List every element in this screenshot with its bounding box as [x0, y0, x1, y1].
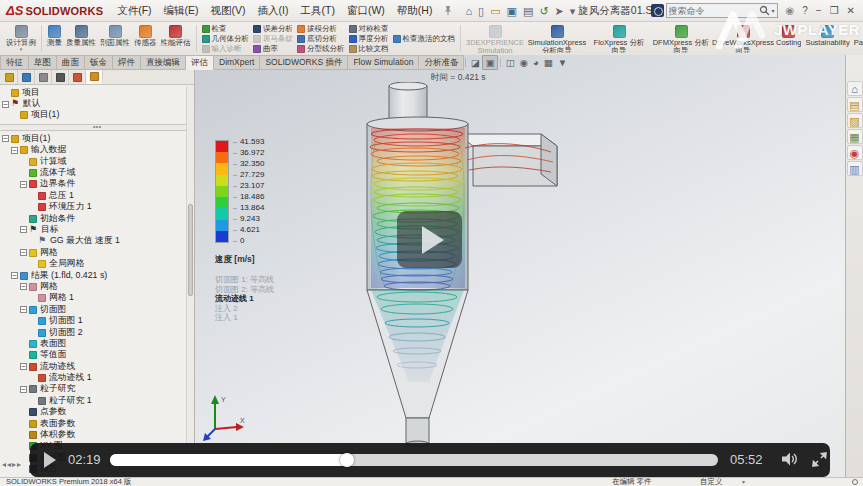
tree-expander-icon[interactable]: −: [20, 306, 27, 313]
ribbon-button-symmetry-check[interactable]: 对称检查: [349, 24, 389, 34]
dimxpert-manager-tab[interactable]: [52, 70, 69, 84]
player-progress-rail[interactable]: [110, 454, 718, 466]
undo-icon[interactable]: ↺: [536, 2, 551, 20]
ribbon-button-thickness-analysis[interactable]: 厚度分析: [349, 34, 389, 44]
tab-6[interactable]: 评估: [186, 55, 214, 70]
feature-manager-tab[interactable]: [1, 70, 18, 84]
model-tabs-scroll[interactable]: ◂◂▸▸: [2, 460, 22, 469]
tree-expander-icon[interactable]: −: [20, 249, 27, 256]
configuration-manager-tab[interactable]: [35, 70, 52, 84]
flow-simulation-tab[interactable]: [86, 70, 103, 84]
display-manager-tab[interactable]: [69, 70, 86, 84]
tab-scroll-left-icon[interactable]: ◂◂: [2, 460, 12, 469]
tree-expander-icon[interactable]: −: [20, 386, 27, 393]
tab-7[interactable]: DimXpert: [214, 55, 260, 70]
analysis-row-14[interactable]: 网格 1: [0, 293, 194, 304]
jwplayer-logo[interactable]: JWPLAYER: [716, 9, 860, 49]
status-customize-dropdown-icon[interactable]: ▾: [742, 478, 745, 486]
design-library-tab[interactable]: ▤: [847, 97, 863, 112]
tab-9[interactable]: Flow Simulation: [348, 55, 419, 70]
ribbon-button-section-properties[interactable]: 剖面属性: [98, 23, 132, 54]
ribbon-button-measure[interactable]: 测量: [45, 23, 64, 54]
ribbon-button-undercut-analysis[interactable]: 底切分析: [297, 34, 345, 44]
analysis-row-13[interactable]: −网格: [0, 281, 194, 292]
config-row-1[interactable]: −⚑默认: [0, 98, 194, 109]
panel-splitter[interactable]: •••: [0, 124, 194, 131]
tree-expander-icon[interactable]: −: [20, 226, 27, 233]
config-row-0[interactable]: 项目: [0, 87, 194, 98]
tab-0[interactable]: 特征: [0, 55, 29, 70]
analysis-row-11[interactable]: 全局网格: [0, 258, 194, 269]
progress-knob[interactable]: [340, 453, 354, 467]
panel-scrollbar[interactable]: [186, 86, 194, 477]
property-manager-tab[interactable]: [18, 70, 35, 84]
ribbon-button-curvature[interactable]: 曲率: [253, 44, 293, 54]
tab-scroll-right-icon[interactable]: ▸▸: [12, 460, 22, 469]
tab-3[interactable]: 钣金: [85, 55, 113, 70]
tree-expander-icon[interactable]: −: [20, 363, 27, 370]
analysis-row-18[interactable]: 表面图: [0, 338, 194, 349]
display-style-icon[interactable]: ◫: [503, 56, 517, 69]
ribbon-button-simulationxpress[interactable]: SimulationXpress 分析向导: [526, 23, 588, 54]
analysis-row-0[interactable]: −项目(1): [0, 133, 194, 144]
menu-item-4[interactable]: 工具(T): [295, 2, 341, 20]
new-document-icon[interactable]: ▯: [475, 2, 487, 20]
save-icon[interactable]: ▣: [504, 2, 520, 20]
ribbon-button-design-study[interactable]: 设计算例▾: [4, 23, 38, 54]
menu-item-1[interactable]: 编辑(E): [158, 2, 205, 20]
status-customize[interactable]: 自定义: [700, 478, 723, 486]
analysis-row-26[interactable]: 体积参数: [0, 429, 194, 440]
search-scope-icon[interactable]: [651, 4, 664, 17]
menu-item-2[interactable]: 视图(V): [205, 2, 252, 20]
analysis-row-6[interactable]: 环境压力 1: [0, 202, 194, 213]
view-palette-tab[interactable]: ▦: [847, 129, 863, 144]
analysis-row-1[interactable]: −输入数据: [0, 145, 194, 156]
hide-show-items-icon[interactable]: ◉: [517, 56, 530, 69]
ribbon-button-floxpress[interactable]: FloXpress 分析向导: [588, 23, 650, 54]
tab-4[interactable]: 焊件: [113, 55, 141, 70]
analysis-row-8[interactable]: −⚑目标: [0, 224, 194, 235]
tree-expander-icon[interactable]: −: [20, 283, 27, 290]
ribbon-button-check-active-document[interactable]: 检查激活的文档: [393, 34, 456, 44]
print-icon[interactable]: ▤: [520, 2, 536, 20]
edit-appearance-icon[interactable]: ◕: [531, 56, 542, 69]
pin-icon[interactable]: [443, 5, 453, 16]
menu-item-6[interactable]: 帮助(H): [391, 2, 439, 20]
analysis-row-5[interactable]: 总压 1: [0, 190, 194, 201]
player-play-button[interactable]: [44, 452, 56, 468]
file-explorer-tab[interactable]: ▨: [847, 113, 863, 128]
analysis-row-20[interactable]: −流动迹线: [0, 361, 194, 372]
ribbon-button-sensor[interactable]: 传感器: [132, 23, 159, 54]
custom-properties-tab[interactable]: ▥: [847, 161, 863, 176]
ribbon-button-draft-analysis[interactable]: 拔模分析: [297, 24, 345, 34]
open-icon[interactable]: ▭: [487, 2, 503, 20]
tab-10[interactable]: 分析准备: [419, 55, 464, 70]
panel-scrollbar-thumb[interactable]: [188, 204, 193, 296]
analysis-row-17[interactable]: 切面图 2: [0, 327, 194, 338]
menu-item-0[interactable]: 文件(F): [111, 2, 157, 20]
fullscreen-icon[interactable]: [812, 452, 827, 471]
ribbon-button-parting-line-analysis[interactable]: 分型线分析: [297, 44, 345, 54]
analysis-row-21[interactable]: 流动迹线 1: [0, 372, 194, 383]
tree-expander-icon[interactable]: −: [11, 272, 18, 279]
select-icon[interactable]: ➤: [552, 2, 567, 20]
home-icon[interactable]: ⌂: [462, 2, 475, 20]
analysis-row-9[interactable]: ⚑GG 最大值 速度 1: [0, 236, 194, 247]
tab-1[interactable]: 草图: [29, 55, 57, 70]
analysis-row-16[interactable]: 切面图 1: [0, 315, 194, 326]
tree-expander-icon[interactable]: −: [20, 181, 27, 188]
ribbon-button-dfmxpress[interactable]: DFMXpress 分析向导: [650, 23, 712, 54]
tab-5[interactable]: 直接编辑: [141, 55, 186, 70]
apply-scene-icon[interactable]: ▦: [541, 56, 555, 69]
analysis-row-22[interactable]: −粒子研究: [0, 384, 194, 395]
analysis-row-24[interactable]: 点参数: [0, 407, 194, 418]
ribbon-button-geometry-analysis[interactable]: 几何体分析: [202, 34, 250, 44]
volume-icon[interactable]: [782, 452, 800, 470]
menu-item-3[interactable]: 插入(I): [252, 2, 295, 20]
analysis-row-12[interactable]: −结果 (1.fld, 0.421 s): [0, 270, 194, 281]
analysis-row-19[interactable]: 等值面: [0, 350, 194, 361]
ribbon-button-compare-documents[interactable]: 比较文档: [349, 44, 389, 54]
view-settings-icon[interactable]: ▼: [555, 56, 569, 69]
ribbon-button-mass-properties[interactable]: 质量属性: [64, 23, 98, 54]
solidworks-resources-tab[interactable]: ⌂: [847, 81, 863, 96]
